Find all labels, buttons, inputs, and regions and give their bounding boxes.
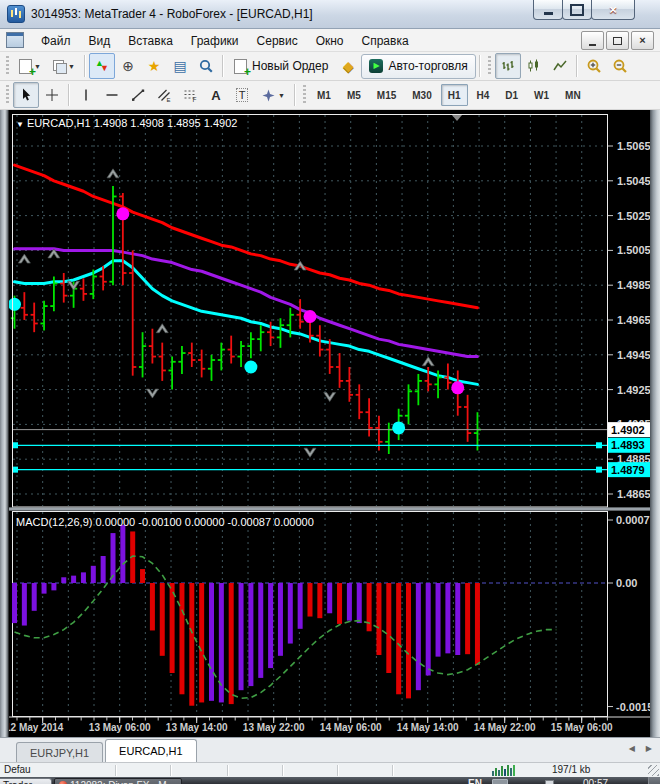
menu-item-вид[interactable]: Вид	[80, 31, 120, 51]
text-tool-button[interactable]: A	[203, 82, 229, 108]
timeframe-m15-button[interactable]: M15	[370, 84, 403, 106]
channel-icon: E	[156, 87, 172, 103]
trendline-tool-button[interactable]	[125, 82, 151, 108]
terminal-list-icon: ▤	[173, 59, 186, 73]
window-frame-right[interactable]	[650, 110, 660, 737]
chart-minimize-button[interactable]	[581, 31, 604, 50]
toolbar-separator	[84, 55, 86, 77]
strategy-tester-button[interactable]	[193, 53, 219, 79]
connection-bars-icon	[492, 765, 515, 776]
line-chart-mode-button[interactable]	[547, 53, 573, 79]
price-scale-label: 1.4925	[617, 384, 650, 396]
title-bar: 3014953: MetaTrader 4 - RoboForex - [EUR…	[0, 0, 660, 29]
chart-close-button[interactable]: ×	[631, 31, 654, 50]
chart-window-icon[interactable]	[6, 32, 24, 48]
data-window-button[interactable]: ⊕	[115, 53, 141, 79]
cursor-tool-button[interactable]	[13, 82, 39, 108]
maximize-button[interactable]	[562, 0, 592, 20]
fibonacci-tool-button[interactable]: F	[177, 82, 203, 108]
menu-item-окно[interactable]: Окно	[307, 31, 353, 51]
chevron-down-icon: ▼	[68, 63, 75, 70]
menu-item-сервис[interactable]: Сервис	[248, 31, 307, 51]
navigator-button[interactable]: ★	[141, 53, 167, 79]
autotrading-play-icon: ▶	[369, 59, 383, 73]
price-scale-label: 1.5045	[617, 175, 650, 187]
vertical-line-tool-button[interactable]	[73, 82, 99, 108]
zoom-out-icon	[612, 58, 628, 74]
keyboard-icon[interactable]	[492, 779, 508, 784]
autotrading-button[interactable]: ▶ Авто-торговля	[361, 54, 475, 79]
svg-text:E: E	[167, 97, 171, 103]
taskbar-clock[interactable]: 00:57	[583, 778, 608, 784]
chart-canvas[interactable]: 1.50651.50451.50251.50051.49851.49651.49…	[9, 110, 650, 737]
menu-item-графики[interactable]: Графики	[182, 31, 248, 51]
cyan-dot-signal	[244, 360, 257, 373]
menu-item-справка[interactable]: Справка	[353, 31, 418, 51]
profiles-button[interactable]: ▼	[47, 53, 81, 79]
show-desktop-button[interactable]	[648, 777, 660, 784]
time-axis-label: 15 May 06:00	[551, 722, 613, 733]
chart-close-icon: ×	[639, 35, 645, 46]
resize-grip[interactable]	[648, 765, 659, 776]
timeframe-d1-button[interactable]: D1	[498, 84, 525, 106]
new-chart-button[interactable]: +▼	[13, 53, 47, 79]
text-label-tool-button[interactable]: T	[229, 82, 255, 108]
menu-item-вставка[interactable]: Вставка	[119, 31, 182, 51]
status-profile[interactable]: Defau	[4, 764, 31, 775]
timeframe-m30-button[interactable]: M30	[405, 84, 438, 106]
toolbar-grip[interactable]	[6, 56, 9, 76]
tray-icon[interactable]	[545, 780, 554, 784]
chart-tab-eurjpy-h1[interactable]: EURJPY,H1	[16, 742, 103, 762]
timeframe-h4-button[interactable]: H4	[470, 84, 497, 106]
zoom-out-button[interactable]	[607, 53, 633, 79]
arrows-tool-button[interactable]: ▼	[255, 82, 291, 108]
new-order-button[interactable]: + Новый Ордер	[227, 54, 335, 78]
toolbar-grip[interactable]	[6, 85, 9, 105]
toolbar-separator	[294, 84, 296, 106]
tab-scroll-left-icon[interactable]: ◀	[629, 744, 635, 753]
taskbar: Trader 112082: Divan FX - M... EN 00:57	[0, 777, 660, 784]
market-watch-icon: ▲▼	[95, 59, 109, 73]
bar-chart-mode-button[interactable]	[495, 53, 521, 79]
zoom-in-button[interactable]	[581, 53, 607, 79]
menu-item-файл[interactable]: Файл	[32, 31, 80, 51]
cursor-icon	[18, 87, 34, 103]
channel-tool-button[interactable]: E	[151, 82, 177, 108]
time-axis-label: 14 May 22:00	[474, 722, 536, 733]
menu-bar: ФайлВидВставкаГрафикиСервисОкноСправка ×	[0, 29, 660, 52]
status-traffic: 197/1 kb	[552, 764, 590, 775]
time-axis-label: 13 May 14:00	[166, 722, 228, 733]
chart-restore-button[interactable]	[606, 31, 629, 50]
profiles-icon	[53, 60, 66, 72]
toolbar-separator	[222, 55, 224, 77]
toolbar-separator	[576, 55, 578, 77]
price-scale-label: 1.4865	[617, 488, 650, 500]
toolbar-grip[interactable]	[303, 85, 306, 105]
metaeditor-button[interactable]: ◆	[335, 53, 361, 79]
toolbar-grip[interactable]	[488, 56, 491, 76]
timeframe-h1-button[interactable]: H1	[441, 84, 468, 106]
minimize-button[interactable]	[533, 0, 563, 20]
zoom-in-icon	[586, 58, 602, 74]
text-a-icon: A	[211, 88, 220, 103]
tab-scroll-right-icon[interactable]: ▶	[646, 744, 652, 753]
timeframe-m5-button[interactable]: M5	[340, 84, 368, 106]
taskbar-item-metatrader[interactable]: Trader	[0, 778, 52, 784]
trendline-icon	[130, 87, 146, 103]
language-indicator[interactable]: EN	[468, 778, 482, 784]
price-scale-label: 1.4965	[617, 314, 650, 326]
crosshair-tool-button[interactable]	[39, 82, 65, 108]
taskbar-item-divanfx[interactable]: 112082: Divan FX - M...	[54, 778, 182, 784]
timeframes-toolbar: M1M5M15M30H1H4D1W1MN	[310, 84, 588, 106]
timeframe-m1-button[interactable]: M1	[310, 84, 338, 106]
timeframe-w1-button[interactable]: W1	[527, 84, 556, 106]
magnifier-chart-icon	[198, 58, 214, 74]
terminal-button[interactable]: ▤	[167, 53, 193, 79]
horizontal-line-tool-button[interactable]	[99, 82, 125, 108]
candlestick-mode-button[interactable]	[521, 53, 547, 79]
price-scale-label: 1.4945	[617, 349, 650, 361]
timeframe-mn-button[interactable]: MN	[558, 84, 588, 106]
market-watch-button[interactable]: ▲▼	[89, 53, 115, 79]
close-button[interactable]: ×	[591, 0, 635, 20]
chart-tab-eurcad-h1[interactable]: EURCAD,H1	[105, 739, 197, 762]
